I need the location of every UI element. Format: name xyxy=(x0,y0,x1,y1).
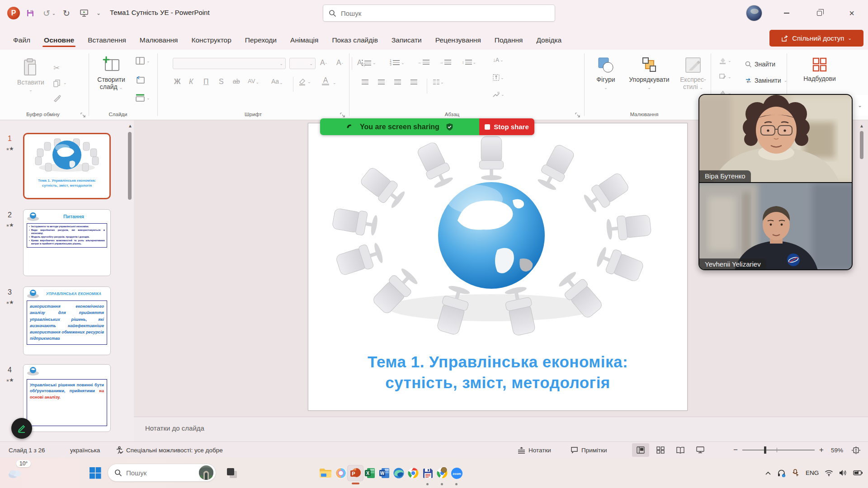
columns-button[interactable]: ⌄ xyxy=(433,80,444,84)
headset-icon[interactable]: i xyxy=(777,469,786,477)
tab-design[interactable]: Конструктор xyxy=(184,32,238,50)
thumbnail-scrollbar[interactable]: ▲ xyxy=(127,121,132,440)
meeting-video-overlay[interactable]: Віра Бутенко Yevhenii Yeli xyxy=(698,94,853,270)
copilot-icon[interactable] xyxy=(333,465,349,481)
line-spacing-button[interactable]: ↕⌄ xyxy=(462,60,476,65)
zoom-level[interactable]: 59% xyxy=(831,442,843,458)
minimize-button[interactable] xyxy=(770,0,803,26)
reset-slide-icon[interactable] xyxy=(136,76,145,84)
redo-icon[interactable]: ↻ xyxy=(60,6,73,20)
text-direction-button[interactable]: ↓A⌄ xyxy=(493,57,504,63)
justify-button[interactable] xyxy=(410,80,417,84)
shape-fill-icon[interactable]: ⌄ xyxy=(719,57,731,64)
italic-button[interactable]: К xyxy=(189,78,193,86)
edge-icon[interactable] xyxy=(391,465,407,481)
font-color-button[interactable]: А xyxy=(322,77,329,85)
wifi-icon[interactable] xyxy=(825,469,833,476)
share-button[interactable]: Спільний доступ ⌄ xyxy=(769,30,863,47)
strikethrough-button[interactable]: ab xyxy=(233,78,240,85)
battery-icon[interactable] xyxy=(853,470,863,476)
title-search-box[interactable] xyxy=(323,5,555,22)
start-button[interactable] xyxy=(89,458,101,488)
slideshow-view-button[interactable] xyxy=(692,443,709,457)
slideshow-from-start-icon[interactable] xyxy=(77,6,91,20)
tab-help[interactable]: Довідка xyxy=(529,32,568,50)
cut-icon[interactable]: ✂ xyxy=(53,63,60,73)
participant-video-1[interactable]: Віра Бутенко xyxy=(699,95,852,182)
search-highlight-image[interactable] xyxy=(199,465,213,480)
close-button[interactable]: × xyxy=(835,0,868,26)
input-language[interactable]: ENG xyxy=(806,469,819,476)
accessibility-status[interactable]: Спеціальні можливості: усе добре xyxy=(116,442,223,458)
change-case-button[interactable]: Aa⌄ xyxy=(271,78,283,85)
zoom-in-icon[interactable]: + xyxy=(819,446,824,455)
animation-star-icon[interactable]: ⁎★ xyxy=(6,222,14,228)
word-icon[interactable]: W xyxy=(376,465,392,481)
text-shadow-button[interactable]: S xyxy=(219,78,224,86)
align-left-button[interactable] xyxy=(362,80,368,84)
collapse-ribbon-button[interactable]: ⌄ xyxy=(852,95,868,116)
increase-indent-button[interactable]: → xyxy=(439,60,451,65)
grow-font-button[interactable]: Аˆ xyxy=(320,59,327,67)
customize-quick-access-icon[interactable]: ⌄ xyxy=(94,6,103,20)
slide-thumbnail-4[interactable]: Управлінські рішення повинні бути обґрун… xyxy=(23,364,111,432)
font-name-combo[interactable]: ⌄ xyxy=(173,58,286,69)
format-painter-icon[interactable] xyxy=(53,95,61,102)
character-spacing-button[interactable]: AV⌄ xyxy=(248,78,259,84)
notes-pane[interactable]: Нотатки до слайда xyxy=(134,417,868,441)
fit-slide-to-window-button[interactable] xyxy=(852,442,860,458)
shape-outline-icon[interactable]: ⌄ xyxy=(719,73,731,80)
excel-icon[interactable]: X xyxy=(362,465,378,481)
tab-view[interactable]: Подання xyxy=(488,32,530,50)
decrease-indent-button[interactable]: ← xyxy=(418,60,429,65)
language-indicator[interactable]: українська xyxy=(70,442,100,458)
arrange-button[interactable]: Упорядкувати⌄ xyxy=(623,56,675,90)
voice-access-icon[interactable] xyxy=(792,469,800,477)
scroll-up-icon[interactable]: ▲ xyxy=(128,124,132,128)
underline-button[interactable]: П xyxy=(203,78,209,86)
bullets-button[interactable]: ⌄ xyxy=(362,60,376,66)
powerpoint-taskbar-icon[interactable]: P xyxy=(347,465,363,481)
addins-button[interactable]: Надбудови xyxy=(795,56,844,82)
zoom-slider-thumb[interactable] xyxy=(764,446,766,454)
zoom-slider[interactable] xyxy=(742,450,815,450)
highlight-color-button[interactable]: ⌄ xyxy=(298,78,311,86)
scrollbar-thumb[interactable] xyxy=(860,131,863,159)
notes-toggle[interactable]: Нотатки xyxy=(518,442,551,458)
quick-styles-button[interactable]: Експрес-стилі ⌄ xyxy=(677,56,709,90)
tab-file[interactable]: Файл xyxy=(6,32,37,50)
tab-animations[interactable]: Анімація xyxy=(283,32,325,50)
notes-placeholder[interactable]: Нотатки до слайда xyxy=(145,424,204,432)
tab-transitions[interactable]: Переходи xyxy=(238,32,283,50)
account-avatar[interactable] xyxy=(746,5,762,21)
font-color-dropdown-icon[interactable]: ⌄ xyxy=(333,80,336,85)
taskbar-search-box[interactable] xyxy=(108,464,216,482)
slide-thumbnail-2[interactable]: Питання Інструменти та методи управлінсь… xyxy=(23,209,111,276)
normal-view-button[interactable] xyxy=(632,443,649,457)
tab-record[interactable]: Записати xyxy=(385,32,429,50)
paragraph-dialog-launcher[interactable] xyxy=(575,111,580,117)
clipboard-dialog-launcher[interactable] xyxy=(80,111,86,117)
replace-button[interactable]: Замінити ⌄ xyxy=(745,77,787,84)
undo-dropdown-icon[interactable]: ⌄ xyxy=(51,6,57,20)
animation-star-icon[interactable]: ⁎★ xyxy=(6,299,14,305)
annotate-button[interactable] xyxy=(11,418,32,439)
new-slide-button[interactable]: Створитислайд ⌄ xyxy=(93,56,129,90)
title-search-input[interactable] xyxy=(341,9,522,17)
powerpoint-app-icon[interactable]: P xyxy=(7,7,20,19)
font-dialog-launcher[interactable] xyxy=(340,111,345,117)
scroll-up-icon[interactable]: ▲ xyxy=(859,124,864,128)
zoom-out-icon[interactable]: − xyxy=(733,446,738,455)
tab-draw[interactable]: Малювання xyxy=(133,32,185,50)
animation-star-icon[interactable]: ⁎★ xyxy=(6,145,14,152)
font-size-combo[interactable]: ⌄ xyxy=(289,58,316,69)
slide-title[interactable]: Тема 1. Управлінська економіка: сутність… xyxy=(308,352,687,393)
floppy-app-icon[interactable] xyxy=(420,465,436,481)
copy-icon[interactable] xyxy=(53,80,61,87)
animation-star-icon[interactable]: ⁎★ xyxy=(6,377,14,383)
slide-counter[interactable]: Слайд 1 з 26 xyxy=(9,442,45,458)
chrome-icon[interactable] xyxy=(405,465,421,481)
shrink-font-button[interactable]: Аˇ xyxy=(336,59,343,67)
tray-expand-icon[interactable] xyxy=(765,471,771,475)
section-icon[interactable]: ⌄ xyxy=(136,94,150,102)
